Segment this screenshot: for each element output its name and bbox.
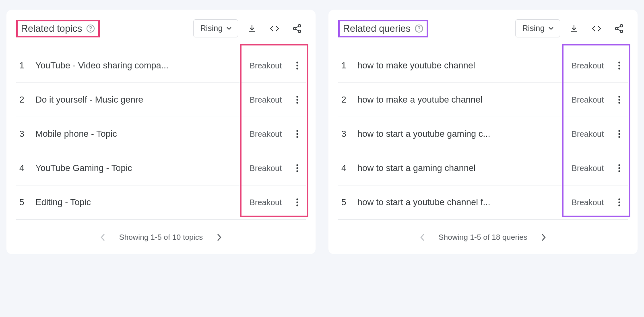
help-icon[interactable] [86, 24, 95, 33]
svg-point-29 [618, 99, 620, 101]
svg-point-26 [618, 65, 620, 66]
item-value: Breakout [250, 164, 282, 173]
svg-point-30 [618, 102, 620, 103]
item-label[interactable]: YouTube Gaming - Topic [35, 163, 242, 173]
svg-point-16 [296, 170, 298, 172]
chevron-left-icon [420, 233, 425, 241]
item-value: Breakout [572, 61, 604, 70]
item-value: Breakout [572, 95, 604, 105]
cards-container: Related topics Rising [6, 10, 638, 254]
more-vert-icon [618, 96, 620, 104]
more-button[interactable] [613, 94, 625, 105]
list-item: 2 Do it yourself - Music genre Breakout [16, 83, 306, 117]
code-icon [591, 24, 602, 33]
rank: 3 [341, 129, 350, 139]
svg-point-8 [296, 96, 298, 97]
svg-point-34 [618, 164, 620, 166]
item-label[interactable]: how to start a gaming channel [357, 163, 564, 173]
svg-point-5 [296, 62, 298, 63]
more-button[interactable] [291, 197, 303, 208]
svg-point-7 [296, 68, 298, 69]
svg-point-9 [296, 99, 298, 101]
item-label[interactable]: Mobile phone - Topic [35, 129, 242, 139]
prev-page-button[interactable] [416, 231, 429, 244]
download-icon [247, 24, 257, 33]
item-label[interactable]: how to make youtube channel [357, 60, 564, 71]
more-button[interactable] [291, 94, 303, 105]
prev-page-button[interactable] [97, 231, 109, 244]
share-button[interactable] [288, 20, 306, 37]
dropdown-label: Rising [200, 24, 223, 33]
card-title-wrap: Related queries [338, 20, 428, 37]
list-item: 5 how to start a youtube channel f... Br… [338, 185, 628, 220]
download-icon [569, 24, 579, 33]
download-button[interactable] [565, 20, 583, 37]
more-button[interactable] [291, 163, 303, 174]
sort-dropdown[interactable]: Rising [193, 19, 238, 37]
item-label[interactable]: Do it yourself - Music genre [35, 95, 242, 105]
svg-point-37 [618, 198, 620, 200]
topics-list: 1 YouTube - Video sharing compa... Break… [16, 49, 306, 220]
pager-text: Showing 1-5 of 18 queries [439, 233, 528, 242]
next-page-button[interactable] [537, 231, 550, 244]
card-title: Related queries [343, 23, 411, 34]
svg-point-12 [296, 133, 298, 135]
queries-list: 1 how to make youtube channel Breakout 2… [338, 49, 628, 220]
card-title: Related topics [21, 23, 82, 34]
rank: 4 [341, 163, 350, 173]
more-button[interactable] [291, 128, 303, 140]
svg-point-32 [618, 133, 620, 135]
item-label[interactable]: how to start a youtube channel f... [357, 197, 564, 208]
item-value: Breakout [250, 130, 282, 139]
item-value: Breakout [250, 198, 282, 207]
svg-point-17 [296, 198, 298, 200]
item-value: Breakout [250, 95, 282, 105]
chevron-down-icon [549, 27, 553, 30]
dropdown-label: Rising [522, 24, 545, 33]
more-button[interactable] [613, 60, 625, 71]
code-icon [269, 24, 280, 33]
chevron-down-icon [227, 27, 231, 30]
svg-point-33 [618, 136, 620, 138]
list-item: 4 how to start a gaming channel Breakout [338, 151, 628, 185]
download-button[interactable] [243, 20, 261, 37]
more-button[interactable] [613, 163, 625, 174]
list-item: 4 YouTube Gaming - Topic Breakout [16, 151, 306, 185]
svg-point-15 [296, 167, 298, 169]
help-icon[interactable] [415, 24, 423, 33]
svg-point-36 [618, 170, 620, 172]
list-item: 3 Mobile phone - Topic Breakout [16, 117, 306, 151]
svg-point-38 [618, 202, 620, 203]
more-vert-icon [618, 130, 620, 138]
chevron-right-icon [217, 233, 221, 241]
next-page-button[interactable] [213, 231, 225, 244]
rank: 4 [19, 163, 28, 173]
svg-point-25 [618, 62, 620, 63]
svg-point-18 [296, 202, 298, 203]
svg-point-2 [298, 25, 301, 27]
more-vert-icon [296, 164, 298, 172]
share-button[interactable] [610, 20, 628, 37]
more-button[interactable] [291, 60, 303, 71]
svg-point-14 [296, 164, 298, 166]
embed-button[interactable] [266, 20, 283, 37]
item-value: Breakout [572, 130, 604, 139]
card-actions: Rising [193, 19, 306, 37]
item-label[interactable]: Editing - Topic [35, 197, 242, 208]
more-vert-icon [618, 164, 620, 172]
embed-button[interactable] [588, 20, 605, 37]
more-button[interactable] [613, 128, 625, 140]
svg-point-10 [296, 102, 298, 103]
rank: 5 [341, 197, 350, 208]
item-label[interactable]: how to start a youtube gaming c... [357, 129, 564, 139]
more-vert-icon [296, 198, 298, 206]
svg-point-39 [618, 204, 620, 206]
sort-dropdown[interactable]: Rising [515, 19, 560, 37]
more-button[interactable] [613, 197, 625, 208]
list-item: 1 how to make youtube channel Breakout [338, 49, 628, 83]
svg-point-13 [296, 136, 298, 138]
item-label[interactable]: how to make a youtube channel [357, 95, 564, 105]
item-label[interactable]: YouTube - Video sharing compa... [35, 60, 242, 71]
chevron-right-icon [541, 233, 546, 241]
chevron-left-icon [101, 233, 105, 241]
